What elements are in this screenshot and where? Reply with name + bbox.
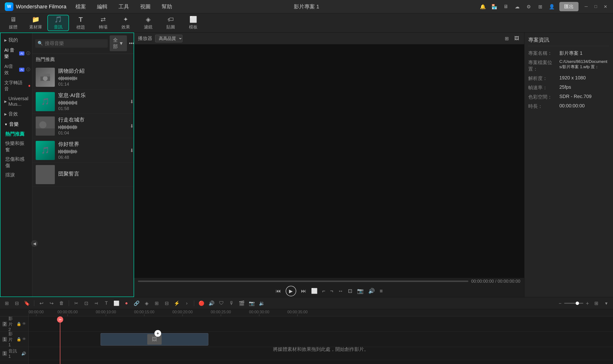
video-clip[interactable]: + 🖼 [101, 333, 208, 346]
maximize-button[interactable]: □ [593, 4, 599, 10]
stop-button[interactable]: ⬜ [311, 288, 318, 294]
music-item[interactable]: 購物節介紹 01:14 [32, 65, 134, 90]
close-button[interactable]: ✕ [602, 4, 608, 10]
menu-file[interactable]: 檔案 [73, 2, 88, 11]
mark-out-button[interactable]: ¬ [330, 288, 333, 294]
grid-view-btn[interactable]: ⊞ [592, 299, 600, 307]
grid-icon[interactable]: ⊞ [536, 3, 544, 11]
ungroup-btn[interactable]: ⊟ [163, 299, 170, 307]
volume-button[interactable]: 🔊 [368, 288, 375, 294]
sidebar-item-mine[interactable]: ▶ 我的 [0, 35, 32, 45]
color-tool-btn[interactable]: ● [123, 299, 130, 307]
music-item[interactable]: 🎵 室息·AI音乐 01:58 ⬇ [32, 90, 134, 114]
download-icon[interactable]: ⬇ [130, 99, 134, 104]
sidebar-item-text-speech[interactable]: 文字轉語音 [0, 78, 32, 94]
clip-button[interactable]: ⊡ [348, 288, 352, 294]
split-audio-btn[interactable]: ⫤ [92, 299, 100, 307]
sidebar-item-music[interactable]: ▼ 音樂 [0, 119, 32, 129]
toolbar-material[interactable]: 📁 素材庫 [25, 15, 46, 31]
toolbar-transition[interactable]: ⇄ 轉場 [92, 15, 114, 31]
mic-btn[interactable]: 🎙 [228, 299, 235, 307]
progress-bar[interactable] [138, 281, 468, 282]
music-item[interactable]: 🎵 你好世界 06:48 ⬇ [32, 138, 134, 163]
shield-btn[interactable]: 🛡 [218, 299, 225, 307]
notification-icon[interactable]: 🔔 [479, 3, 487, 11]
add-track-button[interactable]: ⊞ [3, 299, 11, 307]
minimize-button[interactable]: ─ [583, 4, 589, 10]
audio-detect-btn[interactable]: 🔊 [208, 299, 215, 307]
music-item[interactable]: 行走在城市 01:04 ⬇ [32, 114, 134, 138]
sidebar-subitem-happy[interactable]: 快樂和振奮 [0, 139, 32, 155]
undo-button[interactable]: ↩ [38, 299, 45, 307]
sidebar-item-universal[interactable]: ▶ Universal Mus... [0, 94, 32, 109]
sidebar-subitem-relax[interactable]: 揺淚 [0, 170, 32, 180]
snapshot-btn[interactable]: 📷 [357, 288, 363, 294]
playhead[interactable]: ✂ [60, 316, 60, 364]
search-input[interactable] [45, 41, 105, 46]
layout-btn[interactable]: ▾ [602, 299, 610, 307]
download-icon[interactable]: ⬇ [130, 148, 134, 153]
go-start-button[interactable]: ⏮ [276, 288, 281, 294]
add-to-clip-button[interactable]: + [154, 330, 161, 337]
menu-help[interactable]: 幫助 [160, 2, 174, 11]
trim-tool-btn[interactable]: ⊡ [82, 299, 90, 307]
clip-btn2[interactable]: 🎬 [238, 299, 245, 307]
filter-button[interactable]: 全部 ▼ [110, 35, 127, 51]
toolbar-audio[interactable]: 🎵 音訊 [47, 15, 69, 31]
track-lock-icon[interactable]: 🔒 [16, 322, 21, 326]
menu-edit[interactable]: 編輯 [95, 2, 110, 11]
vol-btn[interactable]: 🔉 [258, 299, 265, 307]
snapshot-icon[interactable]: 🖼 [513, 35, 520, 42]
delete-button[interactable]: 🗑 [58, 299, 65, 307]
user-avatar[interactable]: 👤 [548, 3, 556, 11]
export-button[interactable]: 匯出 [559, 2, 579, 11]
track-eye-icon[interactable]: 👁 [22, 322, 26, 326]
toolbar-media[interactable]: 🖥 媒體 [2, 15, 24, 31]
redo-button[interactable]: ↪ [48, 299, 55, 307]
toolbar-sticker[interactable]: 🏷 貼圖 [160, 15, 181, 31]
link-tool-btn[interactable]: 🔗 [133, 299, 140, 307]
toolbar-template[interactable]: ⬜ 模板 [182, 15, 204, 31]
cut-button[interactable]: ✂ [72, 299, 80, 307]
music-item[interactable]: 団聚誓言 [32, 163, 134, 187]
mask-tool-btn[interactable]: ◈ [143, 299, 150, 307]
auto-track-button[interactable]: ⊟ [13, 299, 21, 307]
text-tool-btn[interactable]: T [102, 299, 110, 307]
mark-in-button[interactable]: ⌐ [322, 288, 325, 294]
photo-btn[interactable]: 📷 [248, 299, 255, 307]
zoom-slider[interactable] [564, 303, 583, 304]
sidebar-subitem-sad[interactable]: 悲傷和感傷 [0, 155, 32, 170]
zoom-in-button[interactable]: ＋ [585, 300, 590, 307]
draw-tool-btn[interactable]: ⬜ [112, 299, 120, 307]
menu-view[interactable]: 視圖 [138, 2, 153, 11]
download-icon[interactable]: ⬇ [130, 123, 134, 129]
sidebar-item-ai-music[interactable]: AI 音樂 AI ⓘ [0, 45, 32, 62]
toolbar-title[interactable]: T 標題 [70, 15, 91, 31]
sidebar-item-ai-effect[interactable]: AI音效 AI ⓘ [0, 62, 32, 78]
trim-button[interactable]: ↔ [338, 288, 343, 294]
sidebar-subitem-popular[interactable]: 熱門推薦 [0, 129, 32, 139]
more-button[interactable]: ••• [129, 40, 134, 46]
group-btn[interactable]: ⊞ [153, 299, 160, 307]
zoom-out-button[interactable]: － [557, 300, 563, 307]
markers-button[interactable]: 🔖 [23, 299, 31, 307]
more-controls-btn[interactable]: ≡ [379, 288, 383, 294]
toolbar-filter[interactable]: ◈ 濾鏡 [138, 15, 159, 31]
menu-tools[interactable]: 工具 [117, 2, 131, 11]
monitor-icon[interactable]: 🖥 [502, 3, 510, 11]
track-eye-icon[interactable]: 👁 [22, 337, 26, 341]
speed-btn[interactable]: ⚡ [173, 299, 181, 307]
sidebar-collapse-btn[interactable]: ◀ [31, 240, 38, 247]
play-pause-button[interactable]: ▶ [286, 286, 296, 296]
toolbar-effect[interactable]: ✦ 效果 [115, 15, 137, 31]
more-tools-btn[interactable]: › [183, 299, 191, 307]
track-vol-icon[interactable]: 🔊 [21, 351, 26, 356]
download-cloud-icon[interactable]: ☁ [513, 3, 521, 11]
snap-btn[interactable]: 🔴 [197, 299, 205, 307]
store-icon[interactable]: 🏪 [490, 3, 498, 11]
track-lock-icon[interactable]: 🔒 [16, 337, 21, 341]
settings-icon[interactable]: ⚙ [525, 3, 532, 11]
fullscreen-icon[interactable]: ⊞ [503, 35, 510, 42]
quality-select[interactable]: 高高品質 [155, 35, 182, 42]
go-end-button[interactable]: ⏭ [301, 288, 306, 294]
